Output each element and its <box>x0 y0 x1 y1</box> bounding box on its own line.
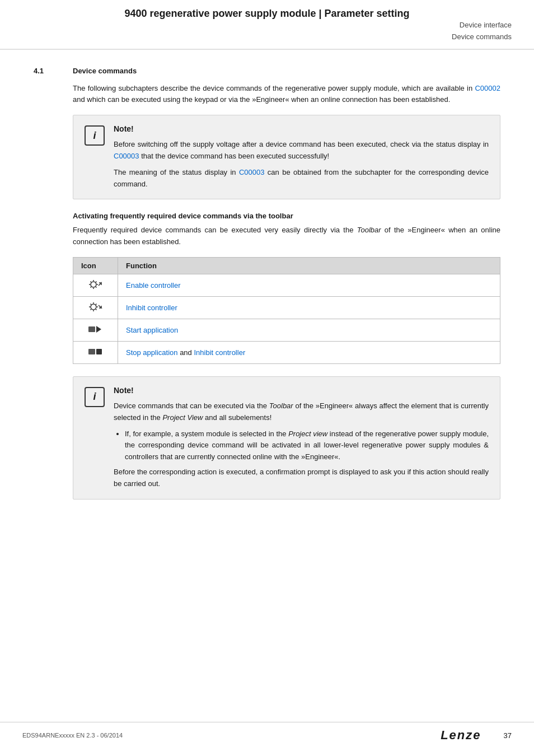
enable-controller-icon <box>88 278 104 291</box>
svg-marker-21 <box>96 326 101 333</box>
note-content-2: Note! Device commands that can be execut… <box>114 386 489 490</box>
note2-bullet-1: If, for example, a system module is sele… <box>125 428 489 463</box>
col-function-header: Function <box>118 257 500 274</box>
stop-application-link[interactable]: Stop application <box>126 348 178 357</box>
svg-rect-23 <box>96 349 102 354</box>
note-box-2: i Note! Device commands that can be exec… <box>73 376 500 500</box>
table-row: Start application <box>73 319 500 341</box>
note1-para1: Before switching off the supply voltage … <box>114 139 489 162</box>
c00002-link[interactable]: C00002 <box>475 84 500 92</box>
section-title: Device commands <box>73 67 137 75</box>
note2-para2: Before the corresponding action is execu… <box>114 466 489 490</box>
section-number: 4.1 <box>34 67 56 75</box>
note1-para2: The meaning of the status display in C00… <box>114 167 489 190</box>
note-icon-2: i <box>85 387 105 407</box>
table-row: Enable controller <box>73 274 500 296</box>
sub-title: Device interface Device commands <box>22 20 512 43</box>
c00003-link-2[interactable]: C00003 <box>239 168 265 176</box>
main-content: 4.1 Device commands The following subcha… <box>0 50 534 534</box>
start-application-icon <box>88 323 104 336</box>
page-footer: EDS94ARNExxxxx EN 2.3 - 06/2014 Lenze 37 <box>0 722 534 743</box>
toolbar-body-text: Frequently required device commands can … <box>73 225 500 248</box>
inhibit-controller-link-2[interactable]: Inhibit controller <box>194 348 245 357</box>
col-icon-header: Icon <box>73 257 118 274</box>
icon-cell-stop <box>73 341 118 363</box>
note2-para1: Device commands that can be executed via… <box>114 400 489 424</box>
note-icon-1: i <box>85 125 105 146</box>
page-header: 9400 regenerative power supply module | … <box>0 0 534 50</box>
table-row: Stop application and Inhibit controller <box>73 341 500 363</box>
svg-rect-22 <box>88 349 95 354</box>
intro-paragraph: The following subchapters describe the d… <box>73 83 500 106</box>
svg-line-18 <box>90 309 91 310</box>
section-heading-row: 4.1 Device commands <box>34 67 500 75</box>
svg-line-7 <box>96 281 96 282</box>
icon-cell-enable <box>73 274 118 296</box>
svg-rect-20 <box>88 326 95 332</box>
svg-line-15 <box>90 304 91 304</box>
note-title-2: Note! <box>114 386 489 395</box>
note2-bullet-list: If, for example, a system module is sele… <box>125 428 489 463</box>
icon-table: Icon Function <box>73 257 500 364</box>
inhibit-controller-link[interactable]: Inhibit controller <box>126 304 177 312</box>
function-cell-stop: Stop application and Inhibit controller <box>118 341 500 363</box>
icon-cell-start <box>73 319 118 341</box>
svg-line-8 <box>90 287 91 287</box>
table-row: Inhibit controller <box>73 296 500 319</box>
function-cell-inhibit: Inhibit controller <box>118 296 500 319</box>
toolbar-heading: Activating frequently required device co… <box>73 212 500 220</box>
svg-line-17 <box>96 304 96 304</box>
c00003-link-1[interactable]: C00003 <box>114 152 139 160</box>
note-box-1: i Note! Before switching off the supply … <box>73 115 500 199</box>
svg-line-16 <box>96 309 96 310</box>
svg-line-6 <box>96 287 96 287</box>
function-cell-enable: Enable controller <box>118 274 500 296</box>
lenze-logo: Lenze <box>441 728 481 743</box>
svg-point-10 <box>91 304 96 310</box>
inhibit-controller-icon <box>88 300 104 314</box>
note-title-1: Note! <box>114 124 489 133</box>
icon-cell-inhibit <box>73 296 118 319</box>
table-header-row: Icon Function <box>73 257 500 274</box>
start-application-link[interactable]: Start application <box>126 326 178 334</box>
svg-line-5 <box>90 281 91 282</box>
svg-point-0 <box>91 282 96 287</box>
main-title: 9400 regenerative power supply module | … <box>22 8 512 20</box>
note-content-1: Note! Before switching off the supply vo… <box>114 124 489 190</box>
stop-application-icon <box>88 345 104 358</box>
page-number: 37 <box>504 731 512 740</box>
footer-edition: EDS94ARNExxxxx EN 2.3 - 06/2014 <box>22 732 123 739</box>
enable-controller-link[interactable]: Enable controller <box>126 281 181 290</box>
function-cell-start: Start application <box>118 319 500 341</box>
